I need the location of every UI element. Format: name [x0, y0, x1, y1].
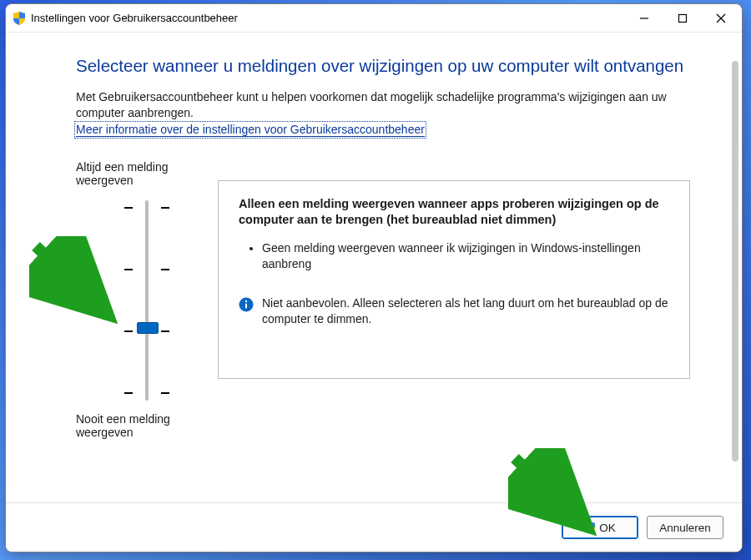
minimize-button[interactable] — [625, 5, 663, 32]
uac-slider[interactable] — [124, 197, 266, 404]
body-row: Altijd een melding weergeven Nooit een m… — [76, 160, 690, 439]
close-button[interactable] — [702, 5, 740, 32]
client-area: Selecteer wanneer u meldingen over wijzi… — [6, 33, 742, 552]
maximize-button[interactable] — [663, 5, 702, 32]
slider-column: Altijd een melding weergeven Nooit een m… — [76, 160, 218, 439]
scrollbar[interactable] — [732, 61, 738, 462]
info-row: Niet aanbevolen. Alleen selecteren als h… — [239, 295, 673, 327]
slider-tick-1 — [124, 265, 169, 274]
content: Selecteer wanneer u meldingen over wijzi… — [6, 33, 727, 439]
help-link[interactable]: Meer informatie over de instellingen voo… — [76, 123, 425, 137]
window-title: Instellingen voor Gebruikersaccountbehee… — [31, 5, 625, 32]
uac-shield-icon — [584, 522, 596, 533]
level-bullets: Geen melding weergeven wanneer ik wijzig… — [239, 240, 673, 272]
slider-label-top: Altijd een melding weergeven — [76, 160, 218, 187]
uac-shield-icon — [13, 12, 26, 25]
svg-rect-1 — [679, 14, 687, 22]
ok-button-label: OK — [599, 522, 616, 534]
uac-settings-window: Instellingen voor Gebruikersaccountbehee… — [5, 3, 743, 552]
slider-thumb[interactable] — [137, 322, 159, 334]
ok-button[interactable]: OK — [562, 516, 638, 539]
page-heading: Selecteer wanneer u meldingen over wijzi… — [76, 56, 690, 76]
titlebar: Instellingen voor Gebruikersaccountbehee… — [6, 4, 742, 33]
level-bullet: Geen melding weergeven wanneer ik wijzig… — [262, 240, 673, 272]
slider-tick-3 — [124, 389, 169, 397]
window-controls — [625, 5, 740, 32]
scroll-area: Selecteer wanneer u meldingen over wijzi… — [6, 33, 727, 503]
slider-label-bottom: Nooit een melding weergeven — [76, 412, 218, 439]
slider-tick-0 — [124, 204, 169, 212]
cancel-button[interactable]: Annuleren — [647, 516, 723, 539]
level-description-panel: Alleen een melding weergeven wanneer app… — [218, 180, 690, 379]
info-text: Niet aanbevolen. Alleen selecteren als h… — [262, 295, 673, 327]
button-row: OK Annuleren — [6, 502, 742, 552]
slider-track — [145, 200, 149, 401]
cancel-button-label: Annuleren — [659, 522, 711, 534]
intro-text: Met Gebruikersaccountbeheer kunt u helpe… — [76, 89, 690, 121]
level-title: Alleen een melding weergeven wanneer app… — [239, 196, 673, 229]
